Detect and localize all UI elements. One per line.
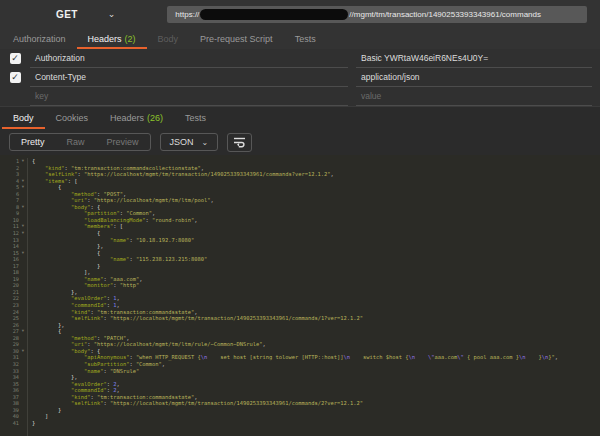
token-key: "name" bbox=[110, 237, 129, 243]
method-label: GET bbox=[56, 9, 78, 20]
token-punct: ] bbox=[32, 413, 48, 419]
token-punct bbox=[32, 394, 71, 400]
token-punct bbox=[32, 204, 71, 210]
token-string: switch $host { bbox=[350, 354, 408, 360]
token-punct: }, bbox=[32, 374, 77, 380]
header-row: ✓Content-Typeapplication/json bbox=[0, 68, 600, 87]
checkbox-checked[interactable]: ✓ bbox=[10, 53, 21, 64]
request-tab-body[interactable]: Body bbox=[147, 28, 190, 49]
wrap-lines-button[interactable] bbox=[227, 133, 252, 152]
token-punct: { bbox=[32, 158, 35, 164]
token-key: "name" bbox=[110, 256, 129, 262]
token-string: "tm:transaction:commandscollectionstate" bbox=[71, 165, 201, 171]
token-string: "10.18.192.7:8080" bbox=[136, 237, 194, 243]
token-key: "subPartition" bbox=[84, 361, 129, 367]
view-mode-raw[interactable]: Raw bbox=[56, 134, 96, 150]
token-punct bbox=[32, 400, 71, 406]
url-input[interactable]: https:////mgmt/tm/transaction/1490253393… bbox=[167, 6, 587, 23]
token-punct: , bbox=[126, 335, 129, 341]
token-punct bbox=[32, 302, 71, 308]
header-row: ✓AuthorizationBasic YWRtaW46eiR6NEs4U0Y= bbox=[0, 49, 600, 68]
response-tab-tests[interactable]: Tests bbox=[174, 107, 217, 129]
token-key: "name" bbox=[84, 368, 103, 374]
tab-label: Cookies bbox=[56, 113, 89, 123]
token-punct: } bbox=[32, 263, 100, 269]
method-select[interactable]: GET ⌄ bbox=[56, 9, 115, 20]
header-value-field[interactable]: value bbox=[356, 87, 592, 106]
response-toolbar: PrettyRawPreview JSON ⌄ bbox=[0, 129, 600, 155]
token-punct bbox=[32, 295, 71, 301]
header-key-field[interactable]: key bbox=[30, 87, 348, 106]
token-punct: , bbox=[152, 210, 155, 216]
response-tab-body[interactable]: Body bbox=[2, 107, 45, 129]
token-string: "Common" bbox=[126, 210, 152, 216]
token-key: "evalOrder" bbox=[71, 295, 107, 301]
token-string: "POST" bbox=[103, 191, 122, 197]
token-string: "when HTTP_REQUEST { bbox=[136, 354, 201, 360]
response-tabs: BodyCookiesHeaders(26)Tests bbox=[0, 106, 600, 129]
token-key: "commandId" bbox=[71, 302, 107, 308]
header-value-field[interactable]: Basic YWRtaW46eiR6NEs4U0Y= bbox=[356, 49, 592, 68]
token-string: "PATCH" bbox=[103, 335, 126, 341]
response-tab-cookies[interactable]: Cookies bbox=[45, 107, 100, 129]
token-punct: , bbox=[116, 381, 119, 387]
format-select[interactable]: JSON ⌄ bbox=[160, 133, 219, 151]
header-value-field[interactable]: application/json bbox=[356, 68, 592, 87]
header-row: keyvalue bbox=[0, 87, 600, 106]
token-punct: }, bbox=[32, 289, 77, 295]
request-tab-headers[interactable]: Headers(2) bbox=[77, 28, 147, 49]
tab-label: Body bbox=[158, 34, 179, 44]
request-tab-authorization[interactable]: Authorization bbox=[2, 28, 77, 49]
token-key: "apiAnonymous" bbox=[84, 354, 129, 360]
token-punct bbox=[32, 387, 71, 393]
tab-label: Tests bbox=[185, 113, 206, 123]
request-tab-tests[interactable]: Tests bbox=[284, 28, 327, 49]
header-key-field[interactable]: Authorization bbox=[30, 49, 348, 68]
request-tab-pre-request-script[interactable]: Pre-request Script bbox=[189, 28, 284, 49]
token-key: "method" bbox=[71, 335, 97, 341]
header-key-field[interactable]: Content-Type bbox=[30, 68, 348, 87]
line-number bbox=[0, 426, 19, 436]
format-label: JSON bbox=[170, 137, 194, 147]
tab-label: Pre-request Script bbox=[200, 34, 273, 44]
token-key: "members" bbox=[84, 223, 113, 229]
token-string: { pool aaa.com } bbox=[464, 354, 519, 360]
request-tabs: AuthorizationHeaders(2)BodyPre-request S… bbox=[0, 28, 600, 49]
token-punct bbox=[32, 223, 84, 229]
tab-label: Authorization bbox=[13, 34, 66, 44]
token-punct: , bbox=[116, 302, 119, 308]
token-punct: } bbox=[32, 420, 35, 426]
token-punct: , bbox=[194, 217, 197, 223]
token-string: "https://localhost/mgmt/tm/ltm/pool" bbox=[94, 197, 211, 203]
token-punct: : [ bbox=[68, 178, 78, 184]
token-key: "body" bbox=[71, 348, 90, 354]
token-key: "uri" bbox=[71, 197, 87, 203]
view-mode-group: PrettyRawPreview bbox=[9, 133, 151, 151]
token-punct: , bbox=[262, 341, 265, 347]
code-filler bbox=[0, 426, 600, 436]
response-tab-headers[interactable]: Headers(26) bbox=[99, 107, 174, 129]
checkbox-checked[interactable]: ✓ bbox=[10, 72, 21, 83]
request-bar: GET ⌄ https:////mgmt/tm/transaction/1490… bbox=[0, 0, 600, 28]
token-punct bbox=[32, 335, 71, 341]
token-key: "selfLink" bbox=[71, 400, 103, 406]
token-punct: : { bbox=[90, 204, 100, 210]
tab-label: Headers bbox=[110, 113, 144, 123]
tab-count-badge: (2) bbox=[125, 34, 136, 44]
checkbox-cell: ✓ bbox=[0, 53, 30, 64]
token-punct bbox=[32, 341, 71, 347]
token-key: "commandId" bbox=[71, 387, 107, 393]
token-punct bbox=[32, 354, 84, 360]
token-string: set host [string tolower [HTTP::host]] bbox=[207, 354, 343, 360]
token-string: "tm:transaction:commandsstate" bbox=[97, 394, 194, 400]
view-mode-pretty[interactable]: Pretty bbox=[10, 134, 56, 150]
token-punct: , bbox=[201, 165, 204, 171]
token-string: aaa.com bbox=[435, 354, 458, 360]
view-mode-preview[interactable]: Preview bbox=[96, 134, 150, 150]
checkbox-cell: ✓ bbox=[0, 72, 30, 83]
token-punct: , bbox=[116, 387, 119, 393]
tab-label: Headers bbox=[88, 34, 122, 44]
token-string: "round-robin" bbox=[152, 217, 194, 223]
token-string bbox=[415, 354, 428, 360]
token-punct bbox=[32, 276, 84, 282]
